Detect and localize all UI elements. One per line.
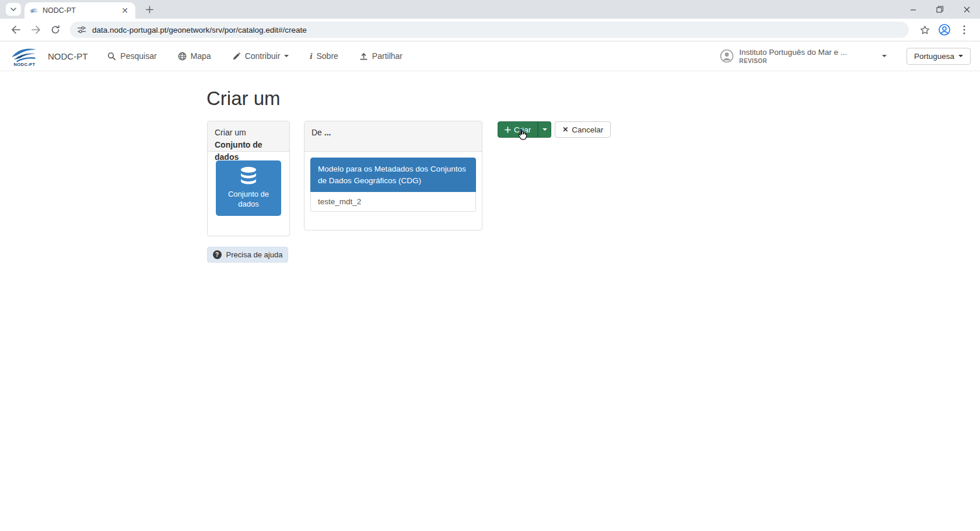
forward-icon[interactable] — [27, 22, 44, 38]
brand-title: NODC-PT — [48, 51, 88, 61]
address-bar[interactable]: data.nodc-portugal.pt/geonetwork/srv/por… — [70, 22, 909, 38]
language-label: Portuguesa — [914, 52, 954, 61]
cancel-button[interactable]: ✕ Cancelar — [555, 121, 611, 138]
nav-label: Partilhar — [372, 51, 402, 61]
browser-tab[interactable]: NODC-PT ✕ — [24, 2, 135, 19]
create-dropdown-button[interactable] — [538, 121, 551, 138]
dataset-tile-label: Conjunto de dados — [216, 190, 281, 209]
tab-title: NODC-PT — [43, 6, 119, 15]
user-role: REVISOR — [739, 58, 847, 64]
user-menu-caret-icon[interactable] — [882, 55, 887, 57]
browser-profile-icon[interactable] — [936, 22, 953, 38]
from-template-panel: De ... Modelo para os Metadados dos Conj… — [304, 121, 482, 230]
create-panel-heading: Criar um Conjunto de dados — [208, 121, 289, 152]
nav-label: Mapa — [191, 51, 211, 61]
chevron-down-icon — [542, 128, 547, 131]
heading-text: Criar um — [215, 128, 246, 137]
nodc-waves-icon — [9, 46, 40, 63]
action-buttons: Criar ✕ Cancelar — [498, 121, 611, 138]
question-icon: ? — [213, 250, 222, 259]
info-icon: i — [310, 52, 312, 61]
window-close-icon[interactable] — [953, 0, 980, 19]
template-item-selected[interactable]: Modelo para os Metadados dos Conjuntos d… — [310, 158, 476, 192]
chevron-down-icon — [958, 55, 963, 57]
nav-item-partilhar[interactable]: Partilhar — [359, 51, 402, 61]
nav-item-pesquisar[interactable]: Pesquisar — [107, 51, 156, 61]
logo-caption: NODC-PT — [14, 62, 36, 67]
nodc-logo[interactable]: NODC-PT — [9, 46, 40, 67]
nav-item-mapa[interactable]: Mapa — [178, 51, 211, 61]
nav-label: Sobre — [317, 51, 338, 61]
close-icon: ✕ — [562, 125, 568, 134]
heading-bold-text: ... — [324, 128, 331, 137]
nav-item-sobre[interactable]: i Sobre — [310, 51, 338, 61]
window-controls — [900, 0, 980, 19]
browser-toolbar: data.nodc-portugal.pt/geonetwork/srv/por… — [0, 19, 980, 41]
site-header: NODC-PT NODC-PT Pesquisar Mapa Contribui… — [0, 41, 980, 71]
language-selector[interactable]: Portuguesa — [907, 48, 971, 65]
from-panel-heading: De ... — [304, 121, 482, 152]
dataset-tile[interactable]: Conjunto de dados — [216, 160, 281, 216]
heading-bold-text: Conjunto de dados — [215, 140, 262, 162]
create-button[interactable]: Criar — [498, 121, 538, 138]
share-icon — [359, 52, 368, 61]
user-menu[interactable]: Instituto Português do Mar e ... REVISOR — [720, 48, 847, 64]
tab-search-chevron-icon[interactable] — [6, 3, 21, 16]
window-minimize-icon[interactable] — [900, 0, 926, 19]
help-button-label: Precisa de ajuda — [226, 250, 283, 259]
nav-item-contribuir[interactable]: Contribuir — [232, 51, 289, 61]
nav-label: Contribuir — [245, 51, 281, 61]
window-restore-icon[interactable] — [926, 0, 953, 19]
nav-label: Pesquisar — [120, 51, 156, 61]
template-list: Modelo para os Metadados dos Conjuntos d… — [310, 158, 476, 212]
create-type-panel: Criar um Conjunto de dados Conjunto de d… — [207, 121, 290, 236]
browser-tabstrip: NODC-PT ✕ — [0, 0, 980, 19]
new-tab-button[interactable] — [142, 4, 156, 15]
avatar-icon — [720, 49, 734, 63]
toolbar-right — [915, 22, 974, 38]
tab-close-icon[interactable]: ✕ — [119, 5, 131, 16]
globe-icon — [178, 52, 187, 61]
plus-icon — [505, 127, 511, 133]
site-info-icon[interactable] — [77, 26, 86, 34]
heading-text: De — [312, 128, 324, 137]
back-icon[interactable] — [8, 22, 24, 38]
main-nav: Pesquisar Mapa Contribuir i Sobre Partil… — [107, 51, 402, 61]
chevron-down-icon — [284, 55, 289, 57]
template-item[interactable]: teste_mdt_2 — [310, 192, 476, 212]
database-icon — [237, 166, 260, 186]
search-icon — [107, 52, 116, 61]
help-button[interactable]: ? Precisa de ajuda — [207, 247, 288, 263]
reload-icon[interactable] — [47, 22, 64, 38]
pencil-icon — [232, 52, 241, 61]
create-button-label: Criar — [514, 125, 531, 134]
browser-menu-kebab-icon[interactable] — [956, 22, 972, 38]
page-title: Criar um — [206, 88, 281, 110]
main-content: Criar um Criar um Conjunto de dados Conj… — [0, 71, 980, 531]
tab-favicon-nodc-icon — [29, 7, 38, 14]
bookmark-star-icon[interactable] — [916, 22, 933, 38]
header-right: Instituto Português do Mar e ... REVISOR… — [720, 48, 971, 65]
user-name: Instituto Português do Mar e ... — [739, 48, 847, 57]
cancel-button-label: Cancelar — [572, 125, 603, 134]
url-text: data.nodc-portugal.pt/geonetwork/srv/por… — [92, 26, 307, 34]
